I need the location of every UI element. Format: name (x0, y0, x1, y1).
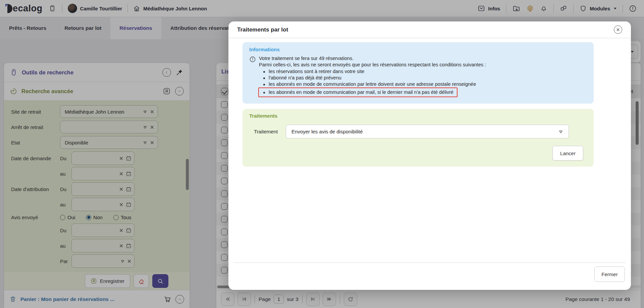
treatment-selected-value: Envoyer les avis de disponibilité (291, 129, 363, 134)
condition-item-highlighted: les abonnés en mode de communication par… (258, 87, 458, 97)
condition-item: les réservations sont à retirer dans vot… (259, 68, 486, 75)
treatment-label: Traitement (249, 129, 286, 134)
condition-item: les abonnés en mode de communication par… (259, 81, 486, 87)
batch-processing-modal: Traitements par lot Informations Votre t… (228, 21, 631, 290)
close-icon[interactable] (614, 25, 622, 34)
informations-title: Informations (249, 47, 587, 52)
conditions-list: les réservations sont à retirer dans vot… (259, 68, 486, 97)
info-circle-icon (249, 56, 256, 97)
dropdown-icon (558, 129, 563, 134)
info-line-1: Votre traitement se fera sur 49 réservat… (259, 55, 486, 62)
treatments-box: Traitements Traitement Envoyer les avis … (243, 109, 594, 167)
modal-title: Traitements par lot (237, 26, 614, 33)
close-modal-button[interactable]: Fermer (594, 266, 625, 282)
launch-button[interactable]: Lancer (552, 146, 583, 161)
condition-item: l'abonné n'a pas déjà été prévenu (259, 75, 486, 81)
divider (234, 262, 626, 263)
treatment-select[interactable]: Envoyer les avis de disponibilité (286, 125, 569, 138)
modal-header: Traitements par lot (228, 21, 631, 38)
informations-box: Informations Votre traitement se fera su… (243, 42, 594, 104)
treatments-title: Traitements (249, 113, 587, 119)
info-line-2: Parmi celles-ci, les avis ne seront envo… (259, 62, 486, 68)
